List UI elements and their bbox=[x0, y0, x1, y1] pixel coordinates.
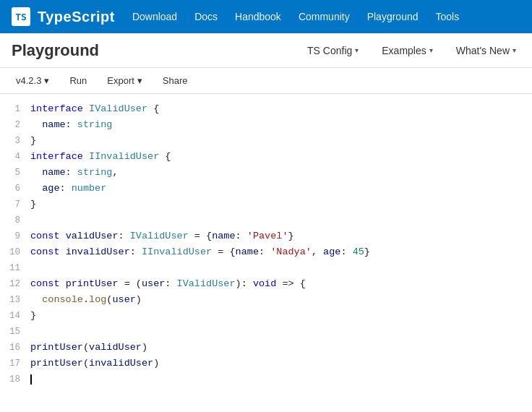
editor-toolbar: v4.2.3 ▾ Run Export ▾ Share bbox=[0, 68, 532, 94]
examples-chevron-icon: ▾ bbox=[429, 46, 433, 54]
export-chevron-icon: ▾ bbox=[137, 75, 142, 86]
code-line-12: 12 const printUser = (user: IValidUser):… bbox=[0, 276, 532, 292]
tsconfig-chevron-icon: ▾ bbox=[355, 46, 359, 54]
tsconfig-dropdown[interactable]: TS Config ▾ bbox=[303, 42, 363, 59]
code-line-5: 5 name: string, bbox=[0, 165, 532, 181]
top-navigation: TS TypeScript Download Docs Handbook Com… bbox=[0, 0, 532, 33]
page-title: Playground bbox=[12, 41, 99, 60]
code-line-3: 3 } bbox=[0, 133, 532, 149]
secondary-navigation: Playground TS Config ▾ Examples ▾ What's… bbox=[0, 33, 532, 68]
tsconfig-label: TS Config bbox=[307, 45, 352, 56]
whats-new-chevron-icon: ▾ bbox=[512, 46, 516, 54]
examples-dropdown[interactable]: Examples ▾ bbox=[377, 42, 437, 59]
code-line-15: 15 bbox=[0, 324, 532, 340]
whats-new-label: What's New bbox=[456, 45, 510, 56]
version-button[interactable]: v4.2.3 ▾ bbox=[12, 72, 53, 89]
code-line-8: 8 bbox=[0, 213, 532, 228]
export-label: Export bbox=[107, 75, 134, 86]
code-line-2: 2 name: string bbox=[0, 117, 532, 133]
code-line-4: 4 interface IInvalidUser { bbox=[0, 149, 532, 165]
whats-new-dropdown[interactable]: What's New ▾ bbox=[452, 42, 520, 59]
code-editor[interactable]: 1 interface IValidUser { 2 name: string … bbox=[0, 94, 532, 395]
community-link[interactable]: Community bbox=[299, 11, 350, 22]
code-line-6: 6 age: number bbox=[0, 181, 532, 197]
examples-label: Examples bbox=[382, 45, 426, 56]
code-line-18: 18 bbox=[0, 372, 532, 387]
version-chevron-icon: ▾ bbox=[44, 75, 49, 86]
code-line-11: 11 bbox=[0, 260, 532, 276]
code-line-9: 9 const validUser: IValidUser = {name: '… bbox=[0, 228, 532, 244]
docs-link[interactable]: Docs bbox=[194, 11, 218, 22]
code-line-17: 17 printUser(invalidUser) bbox=[0, 356, 532, 372]
brand-name: TypeScript bbox=[38, 9, 115, 25]
handbook-link[interactable]: Handbook bbox=[235, 11, 281, 22]
code-line-16: 16 printUser(validUser) bbox=[0, 340, 532, 356]
ts-logo-icon: TS bbox=[12, 7, 30, 26]
tools-link[interactable]: Tools bbox=[436, 11, 460, 22]
download-link[interactable]: Download bbox=[132, 11, 177, 22]
logo-area: TS TypeScript bbox=[12, 7, 115, 26]
code-line-14: 14 } bbox=[0, 308, 532, 324]
code-line-10: 10 const invalidUser: IInvalidUser = {na… bbox=[0, 244, 532, 260]
code-line-1: 1 interface IValidUser { bbox=[0, 101, 532, 117]
run-button[interactable]: Run bbox=[62, 72, 94, 89]
code-line-7: 7 } bbox=[0, 197, 532, 213]
secondary-nav-links: TS Config ▾ Examples ▾ What's New ▾ bbox=[303, 42, 520, 59]
export-button[interactable]: Export ▾ bbox=[103, 72, 147, 89]
version-label: v4.2.3 bbox=[16, 75, 41, 86]
code-line-13: 13 console.log(user) bbox=[0, 292, 532, 308]
share-button[interactable]: Share bbox=[155, 72, 195, 89]
top-nav-links: Download Docs Handbook Community Playgro… bbox=[132, 11, 459, 22]
playground-nav-link[interactable]: Playground bbox=[367, 11, 419, 22]
